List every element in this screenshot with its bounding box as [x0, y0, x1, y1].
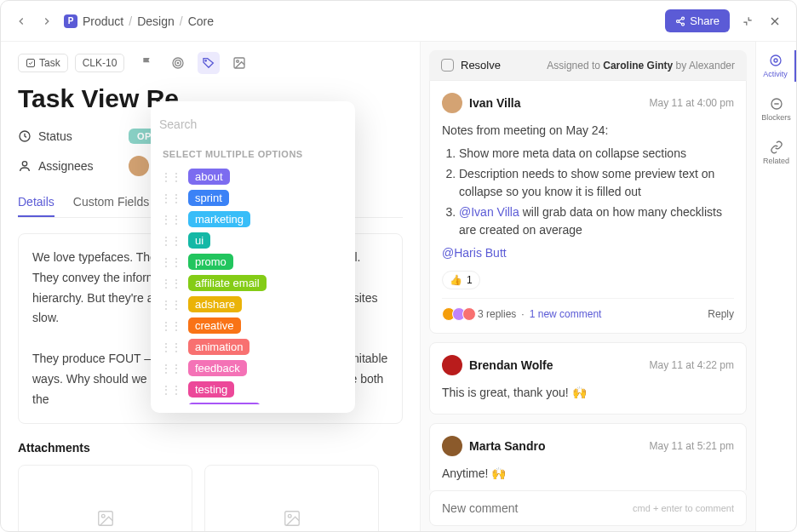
resolve-checkbox[interactable] — [441, 59, 454, 72]
avatar — [442, 436, 462, 456]
reply-button[interactable]: Reply — [708, 308, 734, 320]
reaction-button[interactable]: 👍1 — [442, 271, 480, 289]
drag-handle-icon[interactable]: ⋮⋮ — [161, 235, 181, 247]
tag-pill: affiliate email — [188, 275, 267, 291]
image-icon — [96, 509, 115, 528]
tab-details[interactable]: Details — [18, 188, 54, 217]
dropdown-option[interactable]: ⋮⋮sprint - 11/1 — [151, 400, 355, 404]
attachment-placeholder[interactable] — [204, 465, 379, 532]
svg-point-7 — [205, 60, 206, 61]
tag-pill: marketing — [188, 211, 250, 227]
resolve-bar: Resolve Assigned to Caroline Ginty by Al… — [429, 50, 747, 80]
dropdown-option[interactable]: ⋮⋮promo — [151, 251, 355, 272]
tab-custom-fields[interactable]: Custom Fields — [73, 188, 149, 217]
breadcrumb-item[interactable]: Design — [137, 14, 175, 28]
flag-icon[interactable] — [136, 52, 158, 74]
svg-rect-3 — [27, 60, 35, 67]
drag-handle-icon[interactable]: ⋮⋮ — [161, 256, 181, 268]
dropdown-option[interactable]: ⋮⋮adshare — [151, 294, 355, 315]
dropdown-option[interactable]: ⋮⋮sprint — [151, 187, 355, 209]
close-icon[interactable] — [765, 12, 784, 31]
person-icon — [18, 159, 32, 173]
tag-pill: promo — [188, 254, 233, 270]
mention[interactable]: @Haris Butt — [442, 246, 507, 260]
back-button[interactable] — [13, 13, 30, 30]
tag-pill: sprint — [188, 190, 229, 206]
dropdown-option[interactable]: ⋮⋮affiliate email — [151, 272, 355, 294]
dropdown-option[interactable]: ⋮⋮animation — [151, 336, 355, 358]
collapse-icon[interactable] — [738, 12, 757, 31]
drag-handle-icon[interactable]: ⋮⋮ — [161, 299, 181, 311]
assignees-label: Assignees — [18, 159, 120, 173]
activity-icon — [769, 54, 783, 67]
comment-time: May 11 at 4:22 pm — [650, 359, 734, 371]
svg-point-0 — [682, 17, 685, 20]
dropdown-option[interactable]: ⋮⋮creative — [151, 315, 355, 336]
assigned-to: Assigned to Caroline Ginty by Alexander — [547, 60, 735, 72]
avatar[interactable] — [129, 156, 149, 176]
svg-point-1 — [677, 20, 679, 22]
share-button[interactable]: Share — [665, 9, 730, 32]
breadcrumb-item[interactable]: Core — [188, 14, 214, 28]
share-icon — [675, 16, 685, 26]
check-square-icon — [26, 58, 36, 68]
drag-handle-icon[interactable]: ⋮⋮ — [161, 192, 181, 204]
drag-handle-icon[interactable]: ⋮⋮ — [161, 214, 181, 226]
drag-handle-icon[interactable]: ⋮⋮ — [161, 277, 181, 289]
status-icon — [18, 129, 32, 143]
submit-hint: cmd + enter to comment — [633, 503, 734, 513]
resolve-label: Resolve — [461, 59, 501, 72]
drag-handle-icon[interactable]: ⋮⋮ — [161, 363, 181, 375]
svg-point-16 — [771, 55, 781, 66]
tag-pill: animation — [188, 339, 249, 355]
svg-point-2 — [682, 23, 685, 26]
rail-related[interactable]: Related — [756, 137, 796, 169]
image-icon[interactable] — [228, 52, 250, 74]
project-icon: P — [64, 14, 77, 28]
new-comment-field[interactable] — [442, 501, 617, 515]
comment-body: This is great, thank you! 🙌 — [442, 384, 734, 402]
svg-point-17 — [774, 59, 777, 62]
rail-blockers[interactable]: Blockers — [756, 94, 796, 125]
tag-icon[interactable] — [198, 52, 220, 74]
svg-point-6 — [178, 62, 179, 63]
tag-pill: adshare — [188, 296, 242, 312]
dropdown-option[interactable]: ⋮⋮ui — [151, 230, 355, 251]
mention[interactable]: @Ivan Villa — [459, 205, 519, 219]
svg-point-13 — [101, 514, 105, 518]
forward-button[interactable] — [38, 13, 55, 30]
replies-count[interactable]: 3 replies — [478, 308, 516, 320]
dropdown-option[interactable]: ⋮⋮about — [151, 166, 355, 187]
comment-card: Marta Sandro May 11 at 5:21 pm Anytime! … — [429, 423, 747, 490]
comment-input-box[interactable]: cmd + enter to comment — [429, 490, 747, 526]
svg-point-11 — [22, 162, 26, 166]
tag-pill: ui — [188, 232, 210, 249]
comment-card: Brendan Wolfe May 11 at 4:22 pm This is … — [429, 342, 747, 415]
rail-activity[interactable]: Activity — [756, 50, 796, 82]
drag-handle-icon[interactable]: ⋮⋮ — [161, 171, 181, 183]
blocker-icon — [770, 97, 783, 111]
tag-pill: about — [188, 169, 230, 185]
comment-time: May 11 at 4:00 pm — [650, 97, 734, 109]
search-input[interactable] — [159, 110, 347, 139]
comment-body: Anytime! 🙌 — [442, 465, 734, 483]
dropdown-option[interactable]: ⋮⋮testing — [151, 379, 355, 400]
drag-handle-icon[interactable]: ⋮⋮ — [161, 384, 181, 396]
comment-card: Ivan Villa May 11 at 4:00 pm Notes from … — [429, 80, 747, 334]
target-icon[interactable] — [167, 52, 189, 74]
comment-body: Notes from meeting on May 24: Show more … — [442, 122, 734, 262]
drag-handle-icon[interactable]: ⋮⋮ — [161, 341, 181, 353]
tag-pill: creative — [188, 317, 241, 334]
svg-point-15 — [288, 514, 291, 518]
task-id-chip[interactable]: CLK-10 — [75, 54, 125, 72]
new-comment-link[interactable]: 1 new comment — [530, 308, 602, 320]
attachment-placeholder[interactable] — [18, 465, 192, 532]
dropdown-option[interactable]: ⋮⋮marketing — [151, 209, 355, 230]
status-label: Status — [18, 129, 120, 143]
task-type-chip[interactable]: Task — [18, 54, 68, 72]
breadcrumb-item[interactable]: Product — [83, 14, 123, 28]
dropdown-option[interactable]: ⋮⋮feedback — [151, 358, 355, 379]
drag-handle-icon[interactable]: ⋮⋮ — [161, 320, 181, 332]
tag-dropdown: SELECT MULTIPLE OPTIONS ⋮⋮about⋮⋮sprint⋮… — [151, 101, 355, 413]
dropdown-header: SELECT MULTIPLE OPTIONS — [151, 146, 355, 166]
